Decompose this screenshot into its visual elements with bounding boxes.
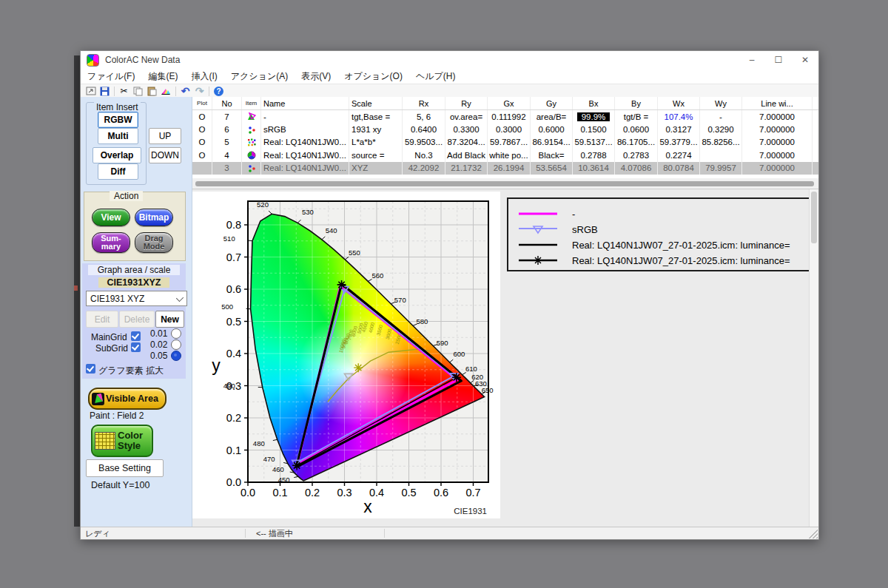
menu-bar: ファイル(F) 編集(E) 挿入(I) アクション(A) 表示(V) オプション… bbox=[81, 69, 818, 84]
scrollbar-thumb[interactable] bbox=[195, 181, 814, 186]
visible-area-button[interactable]: Visible Area bbox=[88, 388, 166, 410]
menu-insert[interactable]: 挿入(I) bbox=[184, 70, 223, 83]
table-cell: 7.000000 bbox=[742, 123, 813, 135]
column-header[interactable]: By bbox=[615, 97, 658, 109]
maingrid-checkbox[interactable] bbox=[131, 331, 141, 341]
status-drawing: <-- 描画中 bbox=[256, 528, 293, 539]
wavelength-label: 600 bbox=[453, 350, 465, 358]
item-table: PlotNoItemNameScaleRxRyGxGyBxByWxWyLine … bbox=[192, 97, 818, 178]
view-button[interactable]: View bbox=[92, 209, 130, 226]
subgrid-label: SubGrid bbox=[95, 343, 128, 354]
table-row[interactable]: O5Real: LQ140N1JW0...L*a*b*59.9503...87.… bbox=[192, 136, 818, 149]
resize-grip[interactable] bbox=[809, 530, 818, 538]
graph-current-scale: CIE1931XYZ bbox=[98, 277, 169, 288]
chart-title: CIE1931 bbox=[454, 507, 487, 516]
grid-step-002-radio[interactable] bbox=[171, 339, 181, 350]
edit-button[interactable]: Edit bbox=[86, 311, 118, 328]
delete-button[interactable]: Delete bbox=[119, 311, 155, 328]
column-header[interactable]: Plot bbox=[192, 97, 212, 109]
diff-button[interactable]: Diff bbox=[98, 163, 138, 180]
new-button[interactable]: New bbox=[155, 311, 184, 328]
main-vertical-scrollbar[interactable] bbox=[809, 189, 818, 527]
cut-icon[interactable]: ✂ bbox=[117, 85, 131, 97]
table-row[interactable]: 3Real: LQ140N1JW0...XYZ42.209221.173226.… bbox=[192, 162, 818, 175]
column-header[interactable]: Ry bbox=[445, 97, 488, 109]
base-setting-button[interactable]: Base Setting bbox=[86, 459, 164, 477]
minimize-button[interactable]: – bbox=[739, 51, 765, 69]
rgb-dots-icon bbox=[242, 123, 261, 135]
column-header[interactable]: Name bbox=[261, 97, 349, 109]
column-header[interactable]: Scale bbox=[349, 97, 403, 109]
scale-dropdown[interactable]: CIE1931 XYZ bbox=[86, 291, 187, 306]
column-header[interactable]: Rx bbox=[403, 97, 445, 109]
column-header[interactable]: Gy bbox=[531, 97, 573, 109]
column-header[interactable]: Line wi... bbox=[742, 97, 813, 109]
title-bar[interactable]: ColorAC New Data – ☐ ✕ bbox=[81, 51, 818, 69]
table-cell: 5, 6 bbox=[403, 110, 445, 123]
graph-zoom-checkbox[interactable] bbox=[86, 364, 95, 374]
table-cell: O bbox=[192, 123, 212, 135]
drag-mode-button[interactable]: DragMode bbox=[135, 232, 173, 253]
column-header[interactable]: No bbox=[212, 97, 242, 109]
grid-step-001-radio[interactable] bbox=[171, 328, 181, 339]
redo-icon[interactable]: ↷ bbox=[192, 85, 206, 97]
maximize-button[interactable]: ☐ bbox=[765, 51, 792, 69]
save-icon[interactable] bbox=[98, 85, 112, 97]
star-line-sample bbox=[516, 254, 560, 266]
menu-file[interactable]: ファイル(F) bbox=[81, 70, 141, 83]
rgbw-button[interactable]: RGBW bbox=[98, 112, 138, 128]
menu-action[interactable]: アクション(A) bbox=[224, 70, 295, 83]
help-icon[interactable]: ? bbox=[212, 85, 226, 97]
table-cell: 0.2274 bbox=[658, 149, 700, 161]
bitmap-button[interactable]: Bitmap bbox=[135, 209, 173, 226]
copy-icon[interactable] bbox=[131, 85, 145, 97]
grid-step-005-radio[interactable] bbox=[171, 351, 181, 361]
table-cell: 107.4% bbox=[658, 110, 700, 123]
subgrid-checkbox[interactable] bbox=[131, 342, 141, 352]
table-row[interactable]: O4Real: LQ140N1JW0...source =No.3Add Bla… bbox=[192, 149, 818, 161]
color-print-icon[interactable] bbox=[159, 85, 173, 97]
column-header[interactable]: Gx bbox=[488, 97, 531, 109]
table-row[interactable]: O7-tgt,Base =5, 6ov.area=0.111992area/B=… bbox=[192, 110, 818, 123]
scrollbar-thumb[interactable] bbox=[811, 192, 817, 243]
table-cell: 59.7867... bbox=[488, 136, 531, 149]
table-cell: 0.2788 bbox=[573, 149, 615, 161]
legend-item: - bbox=[516, 206, 575, 221]
wavelength-label: 540 bbox=[326, 226, 337, 234]
legend-box: - sRGB Real: LQ140N1JW07_27-01-2025.icm:… bbox=[507, 197, 812, 271]
maingrid-label: MainGrid bbox=[91, 332, 127, 342]
menu-help[interactable]: ヘルプ(H) bbox=[409, 70, 462, 83]
column-header[interactable]: Wx bbox=[658, 97, 700, 109]
table-cell: Black= bbox=[531, 149, 573, 161]
overlap-button[interactable]: Overlap bbox=[92, 147, 141, 163]
up-button[interactable]: UP bbox=[149, 128, 181, 144]
column-header[interactable]: Bx bbox=[573, 97, 615, 109]
srgb-line-sample bbox=[516, 223, 560, 235]
new-window-icon[interactable] bbox=[84, 85, 98, 97]
close-button[interactable]: ✕ bbox=[792, 51, 818, 69]
menu-view[interactable]: 表示(V) bbox=[295, 70, 337, 83]
y-tick-label: 0.8 bbox=[226, 219, 241, 231]
table-row[interactable]: O6sRGB1931 xy0.64000.33000.30000.60000.1… bbox=[192, 123, 818, 135]
menu-edit[interactable]: 編集(E) bbox=[141, 70, 184, 83]
menu-options[interactable]: オプション(O) bbox=[337, 70, 409, 83]
table-cell: 42.2092 bbox=[403, 162, 445, 175]
paste-icon[interactable] bbox=[145, 85, 159, 97]
summary-button[interactable]: Sum-mary bbox=[92, 232, 130, 253]
window-title: ColorAC New Data bbox=[105, 55, 180, 65]
multi-button[interactable]: Multi bbox=[98, 128, 138, 144]
color-style-button[interactable]: ColorStyle bbox=[91, 425, 153, 457]
color-grid-icon bbox=[95, 432, 115, 450]
table-horizontal-scrollbar[interactable] bbox=[192, 178, 818, 189]
table-cell: source = bbox=[349, 149, 403, 161]
undo-icon[interactable]: ↶ bbox=[178, 85, 192, 97]
down-button[interactable]: DOWN bbox=[149, 147, 181, 163]
column-header[interactable]: Wy bbox=[700, 97, 742, 109]
table-cell: 0.3290 bbox=[700, 123, 742, 135]
wavelength-label: 560 bbox=[371, 271, 383, 280]
wavelength-label: 580 bbox=[416, 317, 428, 325]
graph-main-area: 4504604704804905005105205305405505605705… bbox=[192, 189, 818, 527]
star-marker bbox=[354, 363, 363, 372]
column-header[interactable]: Item bbox=[242, 97, 261, 109]
y-tick-label: 0.0 bbox=[226, 476, 241, 488]
